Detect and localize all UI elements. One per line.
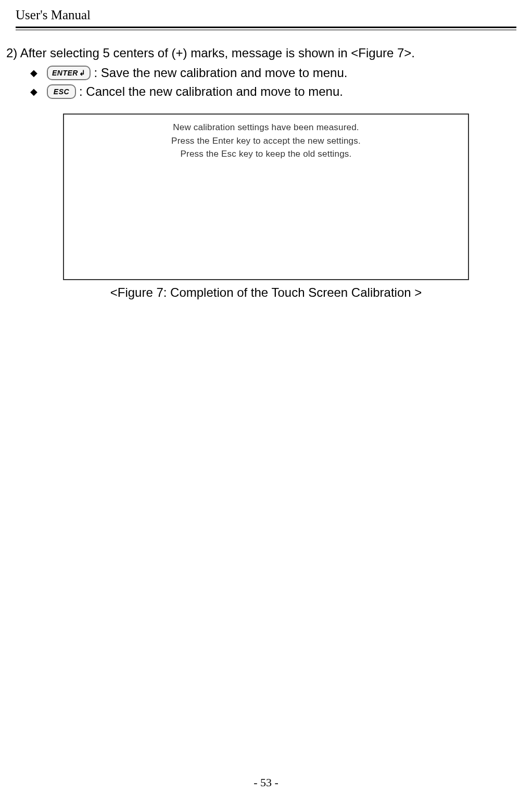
bullet-item-esc: ◆ ESC : Cancel the new calibration and m… xyxy=(30,84,527,99)
step-text: After selecting 5 centers of (+) marks, … xyxy=(20,46,415,60)
step-line: 2) After selecting 5 centers of (+) mark… xyxy=(5,46,527,60)
header-title: User's Manual xyxy=(16,8,91,22)
figure-box: New calibration settings have been measu… xyxy=(63,114,469,280)
figure-line-2: Press the Enter key to accept the new se… xyxy=(64,134,468,148)
page-header: User's Manual xyxy=(0,0,532,27)
esc-description: : Cancel the new calibration and move to… xyxy=(79,84,343,99)
enter-key-label: ENTER xyxy=(52,69,78,77)
figure-caption: <Figure 7: Completion of the Touch Scree… xyxy=(63,285,469,300)
figure-text: New calibration settings have been measu… xyxy=(64,121,468,161)
bullet-list: ◆ ENTER ↲ : Save the new calibration and… xyxy=(30,66,527,99)
bullet-mark-icon: ◆ xyxy=(30,86,37,97)
enter-arrow-icon: ↲ xyxy=(79,69,86,77)
figure-line-3: Press the Esc key to keep the old settin… xyxy=(64,147,468,161)
esc-key-button: ESC xyxy=(47,84,76,99)
bullet-mark-icon: ◆ xyxy=(30,67,37,79)
step-number: 2) xyxy=(6,46,17,60)
figure-container: New calibration settings have been measu… xyxy=(63,114,469,300)
page-number: - 53 - xyxy=(0,776,532,789)
figure-line-1: New calibration settings have been measu… xyxy=(64,121,468,134)
enter-key-button: ENTER ↲ xyxy=(47,66,91,80)
header-rule-thick xyxy=(16,27,516,28)
esc-key-label: ESC xyxy=(54,87,69,96)
bullet-item-enter: ◆ ENTER ↲ : Save the new calibration and… xyxy=(30,66,527,80)
page-content: 2) After selecting 5 centers of (+) mark… xyxy=(0,30,532,300)
enter-description: : Save the new calibration and move to m… xyxy=(94,66,347,80)
